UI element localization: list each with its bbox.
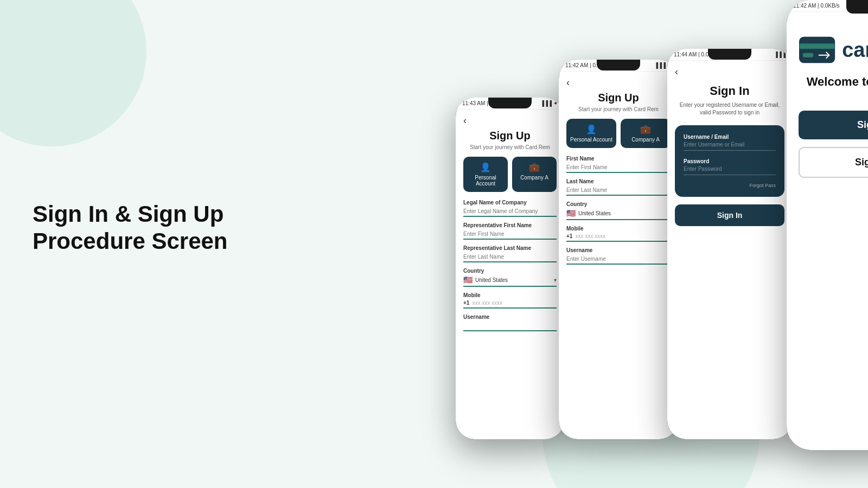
phone2-mobile-label: Mobile bbox=[566, 226, 671, 232]
phone2-username-input[interactable] bbox=[566, 256, 671, 265]
phone2-subtitle: Start your journey with Card Rem bbox=[566, 106, 671, 112]
phone4-signup-button[interactable]: Sign Up bbox=[799, 147, 868, 178]
phone1-country-select[interactable]: 🇺🇸 United States ▾ bbox=[463, 275, 557, 287]
svg-rect-2 bbox=[803, 53, 813, 57]
hero-line1: Sign In & Sign Up bbox=[33, 201, 224, 227]
phone1-subtitle: Start your journey with Card Rem bbox=[463, 144, 557, 150]
phone-signin: 11:44 AM | 0.0KB/s ▐▐▐ ‹ Sign In Enter y… bbox=[667, 49, 792, 439]
phone2-personal-account-btn[interactable]: 👤 Personal Account bbox=[566, 119, 616, 148]
svg-rect-0 bbox=[800, 37, 834, 63]
phone2-firstname-input[interactable] bbox=[566, 164, 671, 173]
phone3-password-label: Password bbox=[684, 158, 776, 164]
phone2-country-group: Country 🇺🇸 United States ▾ bbox=[566, 201, 671, 220]
phone1-mobile-placeholder: xxx xxx xxxx bbox=[472, 300, 502, 306]
phone1-company-label: Company A bbox=[520, 175, 548, 181]
phone-notch-3 bbox=[708, 49, 751, 60]
phone4-content: cardRemit Welcome to Card Remit Sign In … bbox=[787, 12, 868, 185]
phone2-account-type-row: 👤 Personal Account 💼 Company A bbox=[566, 119, 671, 148]
phone2-country-value: United States bbox=[578, 210, 668, 216]
phone1-mobile-label: Mobile bbox=[463, 292, 557, 298]
phone-company-signup: 11:43 AM | 0.0KB/s ▐▐▐ ✦ ‹ Sign Up Start… bbox=[456, 98, 564, 439]
card-remit-text-logo: cardRemit bbox=[842, 38, 868, 62]
phone1-country-group: Country 🇺🇸 United States ▾ bbox=[463, 268, 557, 287]
phone1-legal-name-group: Legal Name of Company bbox=[463, 200, 557, 217]
phone2-country-code: +1 bbox=[566, 233, 572, 239]
phone2-lastname-label: Last Name bbox=[566, 178, 671, 184]
phone2-lastname-input[interactable] bbox=[566, 187, 671, 196]
phone2-country-label: Country bbox=[566, 201, 671, 207]
phone1-account-type-row: 👤 Personal Account 💼 Company A bbox=[463, 157, 557, 192]
person-icon: 👤 bbox=[480, 162, 491, 172]
hero-line2: Procedure Screen bbox=[33, 228, 228, 254]
svg-rect-1 bbox=[800, 43, 834, 49]
phone1-rep-firstname-group: Representative First Name bbox=[463, 222, 557, 240]
phone3-signin-card: Username / Email Enter Username or Email… bbox=[675, 125, 784, 197]
phone3-content: ‹ Sign In Enter your registered Username… bbox=[667, 61, 792, 232]
us-flag-icon-2: 🇺🇸 bbox=[566, 209, 576, 217]
phone-notch-1 bbox=[488, 98, 532, 108]
phone3-subtitle: Enter your registered Username or Email,… bbox=[675, 101, 784, 117]
phone-welcome: 11:42 AM | 0.0KB/s ▐▐▐▐ ✦ 🔋 bbox=[787, 0, 868, 450]
phone2-content: ‹ Sign Up Start your journey with Card R… bbox=[559, 72, 678, 275]
phone2-company-account-btn[interactable]: 💼 Company A bbox=[621, 119, 671, 148]
person-icon-2: 👤 bbox=[586, 124, 597, 134]
phone1-dropdown-arrow: ▾ bbox=[554, 277, 557, 283]
phone2-lastname-group: Last Name bbox=[566, 178, 671, 196]
phone1-legal-name-label: Legal Name of Company bbox=[463, 200, 557, 206]
phone3-forgot-password[interactable]: Forgot Pass bbox=[684, 183, 776, 188]
phone4-signin-button[interactable]: Sign In bbox=[799, 111, 868, 139]
phone2-company-label: Company A bbox=[631, 137, 660, 143]
phone1-username-input[interactable] bbox=[463, 323, 557, 331]
phone2-back-button[interactable]: ‹ bbox=[566, 77, 570, 88]
company-icon-2: 💼 bbox=[640, 124, 651, 134]
phone1-content: ‹ Sign Up Start your journey with Card R… bbox=[456, 110, 564, 342]
phone2-country-select[interactable]: 🇺🇸 United States ▾ bbox=[566, 209, 671, 220]
phone2-username-group: Username bbox=[566, 247, 671, 265]
phone2-mobile-row: +1 xxx xxx xxxx bbox=[566, 233, 671, 242]
phone3-username-label: Username / Email bbox=[684, 134, 776, 140]
bg-decoration-tl bbox=[0, 0, 146, 146]
phone1-screen: 11:43 AM | 0.0KB/s ▐▐▐ ✦ ‹ Sign Up Start… bbox=[456, 98, 564, 439]
phone1-company-account-btn[interactable]: 💼 Company A bbox=[512, 157, 557, 192]
phone3-screen: 11:44 AM | 0.0KB/s ▐▐▐ ‹ Sign In Enter y… bbox=[667, 49, 792, 439]
phone1-rep-lastname-group: Representative Last Name bbox=[463, 245, 557, 262]
phone1-username-label: Username bbox=[463, 314, 557, 320]
phone3-username-input[interactable]: Enter Username or Email bbox=[684, 142, 776, 151]
phone2-mobile-group: Mobile +1 xxx xxx xxxx bbox=[566, 226, 671, 242]
company-icon: 💼 bbox=[529, 162, 540, 172]
phone2-mobile-placeholder: xxx xxx xxxx bbox=[575, 233, 605, 239]
phone1-rep-lastname-input[interactable] bbox=[463, 254, 557, 262]
phone-personal-signup: 11:42 AM | 0.3KB/s ▐▐▐ ✦ ‹ Sign Up Start… bbox=[559, 60, 678, 439]
phone1-back-button[interactable]: ‹ bbox=[463, 115, 467, 126]
phone2-firstname-label: First Name bbox=[566, 156, 671, 162]
phone2-username-label: Username bbox=[566, 247, 671, 253]
phone1-personal-account-btn[interactable]: 👤 Personal Account bbox=[463, 157, 508, 192]
phone3-title: Sign In bbox=[675, 84, 784, 98]
phone-notch-2 bbox=[597, 60, 640, 70]
phone1-mobile-row: +1 xxx xxx xxxx bbox=[463, 300, 557, 309]
phone1-title: Sign Up bbox=[463, 130, 557, 142]
phone3-back-button[interactable]: ‹ bbox=[675, 66, 678, 78]
phone1-rep-lastname-label: Representative Last Name bbox=[463, 245, 557, 251]
card-remit-card-icon bbox=[799, 36, 835, 64]
welcome-title: Welcome to Card Remit bbox=[799, 75, 868, 89]
logo-card-text: card bbox=[842, 38, 868, 62]
phone1-personal-label: Personal Account bbox=[467, 175, 505, 187]
phone2-screen: 11:42 AM | 0.3KB/s ▐▐▐ ✦ ‹ Sign Up Start… bbox=[559, 60, 678, 439]
us-flag-icon: 🇺🇸 bbox=[463, 275, 473, 284]
card-remit-logo: cardRemit bbox=[799, 36, 868, 64]
phone3-password-input[interactable]: Enter Password bbox=[684, 166, 776, 175]
phone1-country-label: Country bbox=[463, 268, 557, 274]
phone1-rep-firstname-label: Representative First Name bbox=[463, 222, 557, 228]
phone2-firstname-group: First Name bbox=[566, 156, 671, 173]
phone2-title: Sign Up bbox=[566, 92, 671, 104]
phone2-personal-label: Personal Account bbox=[570, 137, 612, 143]
phone1-rep-firstname-input[interactable] bbox=[463, 231, 557, 240]
phone3-signin-button[interactable]: Sign In bbox=[675, 204, 784, 226]
phone-notch-4 bbox=[846, 0, 868, 14]
hero-text: Sign In & Sign Up Procedure Screen bbox=[33, 201, 228, 255]
phones-container: 11:43 AM | 0.0KB/s ▐▐▐ ✦ ‹ Sign Up Start… bbox=[255, 22, 852, 466]
phone1-country-code: +1 bbox=[463, 300, 469, 306]
phone1-legal-name-input[interactable] bbox=[463, 208, 557, 217]
phone1-country-value: United States bbox=[475, 277, 554, 283]
